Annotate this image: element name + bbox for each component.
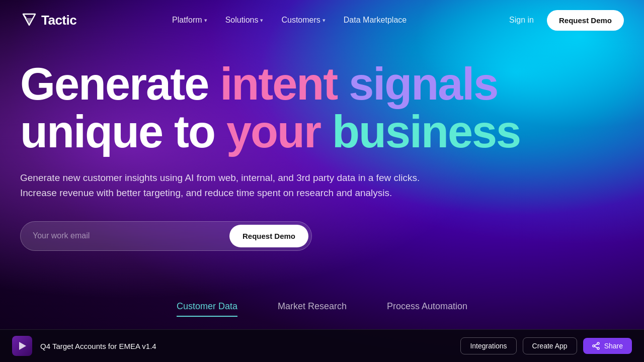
play-icon — [17, 340, 28, 351]
nav-right: Sign in Request Demo — [502, 10, 624, 31]
nav-data-marketplace[interactable]: Data Marketplace — [337, 12, 414, 29]
navbar: Tactic Platform ▾ Solutions ▾ Customers … — [0, 0, 644, 40]
svg-line-8 — [594, 346, 597, 348]
chevron-down-icon: ▾ — [323, 17, 326, 24]
sign-in-link[interactable]: Sign in — [502, 12, 541, 29]
tab-market-research[interactable]: Market Research — [278, 297, 347, 317]
hero-subtitle: Generate new customer insights using AI … — [20, 170, 473, 201]
logo[interactable]: Tactic — [20, 11, 76, 29]
share-button[interactable]: Share — [583, 338, 632, 354]
nav-platform[interactable]: Platform ▾ — [165, 12, 214, 29]
nav-solutions[interactable]: Solutions ▾ — [218, 12, 271, 29]
svg-line-7 — [594, 344, 597, 345]
bottom-bar-title: Q4 Target Accounts for EMEA v1.4 — [40, 342, 452, 350]
nav-links: Platform ▾ Solutions ▾ Customers ▾ Data … — [165, 12, 414, 29]
bottom-bar-actions: Integrations Create App Share — [460, 337, 632, 354]
tabs-section: Customer Data Market Research Process Au… — [0, 287, 644, 327]
email-form: Request Demo — [20, 221, 312, 251]
email-input[interactable] — [33, 226, 229, 245]
create-app-button[interactable]: Create App — [523, 337, 577, 354]
nav-customers[interactable]: Customers ▾ — [274, 12, 332, 29]
tab-process-automation[interactable]: Process Automation — [387, 297, 467, 317]
hero-title-signals: signals — [349, 59, 498, 109]
svg-marker-3 — [19, 342, 26, 350]
integrations-button[interactable]: Integrations — [460, 337, 516, 354]
svg-point-4 — [597, 342, 599, 344]
svg-point-5 — [597, 347, 599, 349]
request-demo-nav-button[interactable]: Request Demo — [547, 10, 624, 31]
hero-title-intent: intent — [220, 59, 349, 109]
share-icon — [592, 342, 600, 350]
hero-section: Generate intent signals unique to your b… — [0, 40, 644, 251]
hero-title-business: business — [332, 107, 520, 157]
hero-title-unique: unique — [20, 107, 174, 157]
chevron-down-icon: ▾ — [260, 17, 263, 24]
tab-customer-data[interactable]: Customer Data — [177, 297, 237, 317]
bottom-bar: Q4 Target Accounts for EMEA v1.4 Integra… — [0, 329, 644, 362]
hero-title-to: to — [174, 107, 226, 157]
bottom-bar-app-icon — [12, 336, 32, 356]
hero-title: Generate intent signals unique to your b… — [20, 60, 624, 155]
chevron-down-icon: ▾ — [204, 17, 207, 24]
request-demo-hero-button[interactable]: Request Demo — [229, 225, 308, 247]
tactic-logo-icon — [20, 11, 38, 29]
logo-text: Tactic — [41, 13, 76, 28]
hero-title-your: your — [226, 107, 332, 157]
hero-title-generate: Generate — [20, 59, 220, 109]
svg-point-6 — [593, 345, 595, 347]
